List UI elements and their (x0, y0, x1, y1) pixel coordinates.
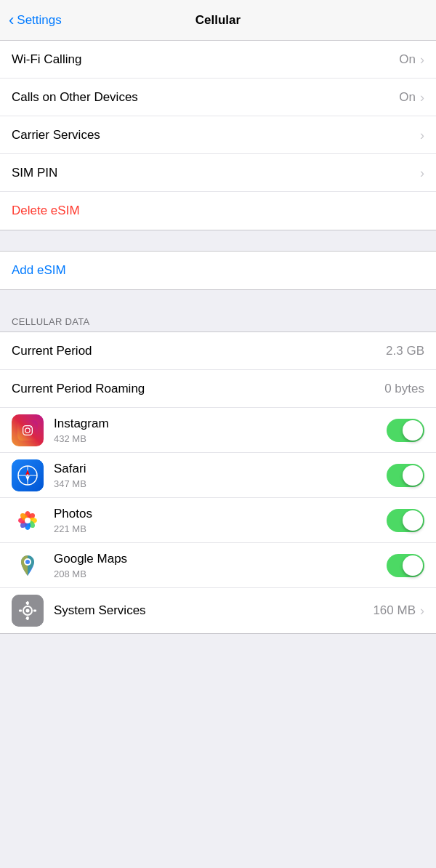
photos-icon (12, 505, 44, 537)
wifi-calling-label: Wi-Fi Calling (12, 52, 399, 67)
instagram-toggle-thumb (403, 420, 423, 441)
current-period-roaming-label: Current Period Roaming (12, 382, 384, 396)
system-services-name: System Services (54, 603, 373, 619)
instagram-size: 432 MB (54, 433, 387, 444)
svg-rect-29 (33, 610, 36, 612)
system-services-chevron-icon: › (420, 604, 424, 617)
add-esim-group: Add eSIM (0, 251, 436, 290)
carrier-services-label: Carrier Services (12, 128, 420, 142)
add-esim-label: Add eSIM (12, 263, 424, 278)
google-maps-size: 208 MB (54, 568, 387, 579)
google-maps-name: Google Maps (54, 551, 387, 567)
wifi-calling-row[interactable]: Wi-Fi Calling On › (0, 41, 436, 79)
photos-row[interactable]: Photos 221 MB (0, 498, 436, 543)
instagram-row[interactable]: Instagram 432 MB (0, 408, 436, 453)
sim-pin-row[interactable]: SIM PIN › (0, 154, 436, 192)
svg-rect-28 (19, 610, 22, 612)
svg-point-19 (25, 518, 31, 523)
photos-toggle-thumb (403, 510, 423, 531)
google-maps-icon (12, 550, 44, 582)
back-chevron-icon: ‹ (9, 12, 14, 28)
add-esim-row[interactable]: Add eSIM (0, 252, 436, 289)
current-period-roaming-row: Current Period Roaming 0 bytes (0, 370, 436, 408)
calls-other-devices-value: On (399, 90, 416, 105)
delete-esim-row[interactable]: Delete eSIM (0, 192, 436, 230)
google-maps-info: Google Maps 208 MB (54, 551, 387, 579)
system-services-size: 160 MB (373, 603, 416, 618)
safari-toggle-thumb (403, 465, 423, 486)
safari-row[interactable]: Safari 347 MB (0, 453, 436, 498)
calls-other-devices-row[interactable]: Calls on Other Devices On › (0, 79, 436, 116)
safari-size: 347 MB (54, 478, 387, 489)
photos-name: Photos (54, 506, 387, 522)
google-maps-row[interactable]: Google Maps 208 MB (0, 543, 436, 588)
sim-pin-chevron-icon: › (420, 166, 424, 180)
instagram-name: Instagram (54, 416, 387, 432)
top-settings-group: Wi-Fi Calling On › Calls on Other Device… (0, 41, 436, 230)
wifi-calling-value: On (399, 52, 416, 67)
instagram-info: Instagram 432 MB (54, 416, 387, 444)
google-maps-toggle-thumb (403, 555, 423, 576)
current-period-roaming-value: 0 bytes (384, 382, 424, 396)
cellular-data-group: Current Period 2.3 GB Current Period Roa… (0, 331, 436, 634)
header: ‹ Settings Cellular (0, 0, 436, 41)
safari-name: Safari (54, 461, 387, 477)
carrier-services-row[interactable]: Carrier Services › (0, 116, 436, 154)
photos-size: 221 MB (54, 523, 387, 534)
svg-point-22 (25, 560, 30, 564)
instagram-icon (12, 414, 44, 446)
page-title: Cellular (195, 13, 241, 28)
svg-point-25 (26, 609, 30, 613)
safari-toggle[interactable] (387, 464, 424, 487)
system-services-info: System Services (54, 603, 373, 619)
back-button[interactable]: ‹ Settings (9, 12, 62, 28)
sim-pin-label: SIM PIN (12, 166, 420, 180)
current-period-label: Current Period (12, 344, 386, 358)
photos-toggle[interactable] (387, 509, 424, 532)
svg-point-3 (31, 426, 32, 427)
cellular-data-section: CELLULAR DATA Current Period 2.3 GB Curr… (0, 310, 436, 634)
instagram-toggle[interactable] (387, 419, 424, 442)
calls-other-devices-chevron-icon: › (420, 91, 424, 104)
system-services-icon (12, 595, 44, 627)
photos-info: Photos 221 MB (54, 506, 387, 534)
current-period-row: Current Period 2.3 GB (0, 332, 436, 370)
wifi-calling-chevron-icon: › (420, 53, 424, 66)
cellular-data-header: CELLULAR DATA (0, 310, 436, 331)
svg-rect-0 (17, 420, 38, 441)
delete-esim-label: Delete eSIM (12, 204, 424, 218)
safari-info: Safari 347 MB (54, 461, 387, 489)
carrier-services-chevron-icon: › (420, 129, 424, 142)
current-period-value: 2.3 GB (386, 344, 424, 358)
google-maps-toggle[interactable] (387, 554, 424, 577)
system-services-row[interactable]: System Services 160 MB › (0, 588, 436, 633)
calls-other-devices-label: Calls on Other Devices (12, 90, 399, 105)
back-label: Settings (17, 13, 61, 28)
safari-icon (12, 459, 44, 491)
